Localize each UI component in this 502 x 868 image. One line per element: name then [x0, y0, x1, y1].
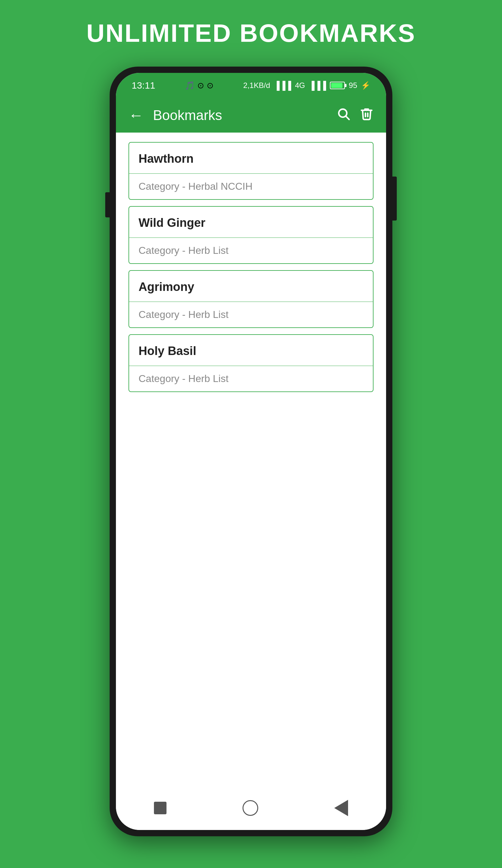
nav-back-button[interactable]	[334, 800, 348, 816]
bookmark-category-2: Category - Herb List	[129, 302, 373, 327]
network-speed-label: 2,1KB/d	[243, 81, 270, 90]
bookmark-category-3: Category - Herb List	[129, 366, 373, 391]
battery-icon	[330, 82, 345, 89]
nav-home-button[interactable]	[243, 800, 258, 816]
bookmark-card-3[interactable]: Holy Basil Category - Herb List	[129, 334, 373, 392]
bookmark-name-2: Agrimony	[129, 271, 373, 302]
status-bar: 13:11 🎵 ⊙ ⊙ 2,1KB/d ▐▐▐ 4G ▐▐▐ 95 ⚡	[116, 73, 386, 98]
bookmark-name-0: Hawthorn	[129, 143, 373, 174]
notification-icon-2: ⊙	[197, 81, 204, 91]
app-bar-title: Bookmarks	[153, 107, 327, 123]
signal-bars-icon: ▐▐▐	[274, 81, 291, 91]
home-icon	[243, 800, 258, 816]
bookmark-name-1: Wild Ginger	[129, 207, 373, 238]
notification-icon-3: ⊙	[207, 81, 214, 91]
page-title: UNLIMITED BOOKMARKS	[86, 19, 416, 48]
charging-icon: ⚡	[361, 81, 370, 90]
bookmark-name-3: Holy Basil	[129, 335, 373, 366]
bookmark-card-0[interactable]: Hawthorn Category - Herbal NCCIH	[129, 142, 373, 200]
search-button[interactable]	[336, 107, 350, 124]
4g-icon: 4G	[295, 81, 305, 90]
battery-level-label: 95	[349, 81, 357, 90]
bookmark-card-2[interactable]: Agrimony Category - Herb List	[129, 270, 373, 328]
bookmark-category-0: Category - Herbal NCCIH	[129, 174, 373, 199]
app-bar: ← Bookmarks	[116, 98, 386, 133]
recents-icon	[154, 802, 166, 814]
nav-recents-button[interactable]	[154, 802, 166, 814]
bookmark-category-1: Category - Herb List	[129, 238, 373, 263]
back-button[interactable]: ←	[129, 108, 144, 123]
bookmark-card-1[interactable]: Wild Ginger Category - Herb List	[129, 206, 373, 264]
phone-inner: 13:11 🎵 ⊙ ⊙ 2,1KB/d ▐▐▐ 4G ▐▐▐ 95 ⚡ ← Bo…	[116, 73, 386, 830]
bottom-nav	[116, 789, 386, 830]
svg-line-1	[346, 116, 349, 120]
notification-icon-1: 🎵	[185, 81, 195, 91]
status-notch-icons: 🎵 ⊙ ⊙	[185, 81, 214, 91]
signal-bars-2-icon: ▐▐▐	[309, 81, 326, 91]
delete-button[interactable]	[360, 107, 373, 124]
app-bar-actions	[336, 107, 373, 124]
battery-fill	[331, 83, 342, 88]
main-content: Hawthorn Category - Herbal NCCIH Wild Gi…	[116, 133, 386, 789]
phone-frame: 13:11 🎵 ⊙ ⊙ 2,1KB/d ▐▐▐ 4G ▐▐▐ 95 ⚡ ← Bo…	[110, 66, 392, 836]
status-time: 13:11	[132, 80, 155, 91]
back-icon	[334, 800, 348, 816]
status-right-icons: 2,1KB/d ▐▐▐ 4G ▐▐▐ 95 ⚡	[243, 81, 370, 91]
